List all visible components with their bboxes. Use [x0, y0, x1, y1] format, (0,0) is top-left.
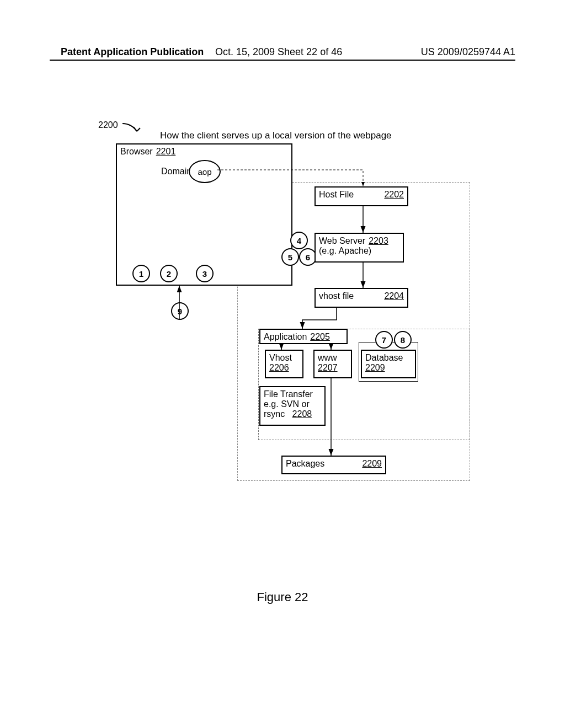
vhost-file-box: vhost file 2204	[315, 288, 408, 308]
header-right: US 2009/0259744 A1	[421, 46, 515, 58]
figure-caption: Figure 22	[0, 590, 565, 604]
step-4-circle: 4	[290, 232, 308, 249]
host-file-box: Host File 2202	[315, 186, 408, 206]
web-server-box: Web Server 2203 (e.g. Apache)	[315, 233, 404, 263]
file-transfer-line1: File Transfer	[264, 389, 321, 399]
host-file-ref: 2202	[384, 190, 404, 200]
host-file-label: Host File	[319, 190, 354, 200]
application-box: Application 2205	[259, 329, 348, 344]
step-8-circle: 8	[394, 331, 412, 349]
web-server-ref: 2203	[369, 236, 388, 246]
header-rule	[50, 60, 515, 61]
database-ref: 2209	[365, 363, 412, 373]
file-transfer-box: File Transfer e.g. SVN or rsync 2208	[259, 386, 326, 426]
application-label: Application	[264, 332, 307, 342]
vhost-box: Vhost 2206	[265, 350, 303, 378]
step-2-circle: 2	[160, 265, 178, 282]
vhost-file-label: vhost file	[319, 291, 354, 301]
vhost-ref: 2206	[269, 363, 299, 373]
step-1-circle: 1	[132, 265, 150, 282]
database-label: Database	[365, 353, 412, 363]
web-server-sub: (e.g. Apache)	[319, 246, 399, 256]
step-3-circle: 3	[196, 265, 214, 282]
packages-label: Packages	[286, 459, 324, 469]
web-server-label: Web Server	[319, 236, 365, 246]
www-ref: 2207	[318, 363, 348, 373]
header-center: Oct. 15, 2009 Sheet 22 of 46	[215, 46, 342, 58]
header-left: Patent Application Publication	[61, 46, 204, 58]
file-transfer-line3: rsync	[264, 409, 285, 419]
www-label: www	[318, 353, 348, 363]
step-5-circle: 5	[281, 248, 299, 266]
page-header: Patent Application Publication Oct. 15, …	[61, 46, 515, 58]
www-box: www 2207	[313, 350, 352, 378]
domain-label: Domain	[161, 167, 191, 176]
step-7-circle: 7	[375, 331, 393, 349]
vhost-label: Vhost	[269, 353, 299, 363]
file-transfer-line2: e.g. SVN or	[264, 399, 321, 409]
aop-oval: aop	[189, 160, 221, 183]
figure-number: 2200	[98, 120, 118, 130]
file-transfer-ref: 2208	[292, 409, 312, 419]
vhost-file-ref: 2204	[384, 291, 404, 301]
figure-pointer-icon	[121, 121, 143, 138]
database-box: Database 2209	[361, 350, 416, 378]
application-ref: 2205	[310, 332, 330, 342]
packages-box: Packages 2209	[281, 456, 386, 474]
browser-ref: 2201	[156, 147, 176, 157]
figure-number-text: 2200	[98, 120, 118, 130]
packages-ref: 2209	[362, 459, 382, 469]
diagram-canvas: Browser 2201 Domain aop 1 2 3 4 5 6 Host…	[116, 143, 469, 485]
figure-title: How the client serves up a local version…	[160, 130, 392, 141]
step-9-circle: 9	[171, 302, 189, 320]
browser-label: Browser	[120, 147, 153, 157]
